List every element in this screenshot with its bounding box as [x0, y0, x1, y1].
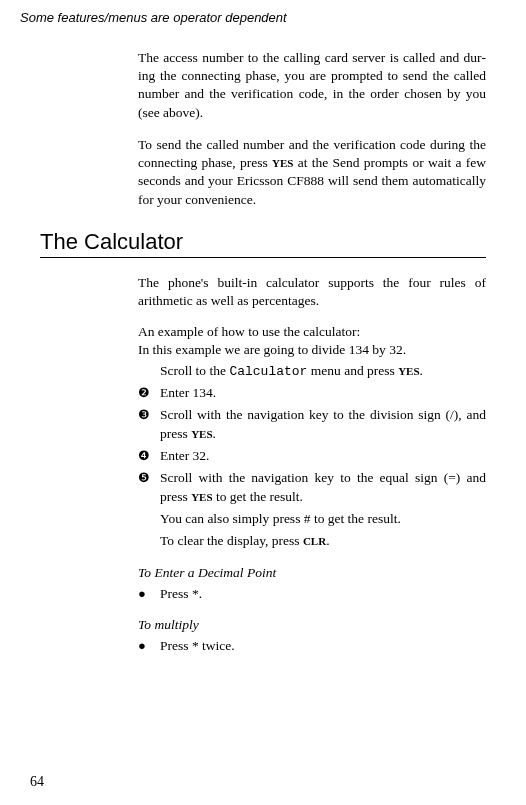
- example-line: In this example we are going to divide 1…: [138, 342, 486, 358]
- step7-b: .: [326, 533, 329, 548]
- step5-b: to get the result.: [213, 489, 303, 504]
- main-content: The access number to the calling card se…: [0, 29, 526, 656]
- decimal-text: Press *.: [160, 585, 486, 604]
- clr-key: CLR: [303, 535, 326, 547]
- yes-key: YES: [272, 157, 293, 169]
- step-text: You can also simply press # to get the r…: [160, 510, 486, 529]
- step-text: Enter 32.: [160, 447, 486, 466]
- step1-b: menu and press: [307, 363, 398, 378]
- decimal-item: ● Press *.: [138, 585, 486, 604]
- step7-a: To clear the display, press: [160, 533, 303, 548]
- yes-key: YES: [398, 365, 419, 377]
- step1-c: .: [420, 363, 423, 378]
- step-6: You can also simply press # to get the r…: [138, 510, 486, 529]
- step-2: ❷ Enter 134.: [138, 384, 486, 403]
- paragraph-2: To send the called number and the verifi…: [138, 136, 486, 209]
- multiply-text: Press * twice.: [160, 637, 486, 656]
- step-marker: ❹: [138, 447, 160, 466]
- section-title-calculator: The Calculator: [40, 229, 486, 258]
- step3-b: .: [213, 426, 216, 441]
- multiply-list: ● Press * twice.: [138, 637, 486, 656]
- step-marker: ❷: [138, 384, 160, 403]
- step-5: ❺ Scroll with the navigation key to the …: [138, 469, 486, 507]
- paragraph-1: The access number to the calling card se…: [138, 49, 486, 122]
- step1-a: Scroll to the: [160, 363, 229, 378]
- step-text: Scroll with the navigation key to the eq…: [160, 469, 486, 507]
- step-text: Scroll with the navigation key to the di…: [160, 406, 486, 444]
- step-3: ❸ Scroll with the navigation key to the …: [138, 406, 486, 444]
- step-4: ❹ Enter 32.: [138, 447, 486, 466]
- page-header: Some features/menus are operator depende…: [0, 0, 526, 29]
- page-number: 64: [30, 774, 44, 790]
- step-marker: ❸: [138, 406, 160, 444]
- calculator-menu-name: Calculator: [229, 364, 307, 379]
- decimal-list: ● Press *.: [138, 585, 486, 604]
- step-marker: [138, 362, 160, 381]
- step-7: To clear the display, press CLR.: [138, 532, 486, 551]
- steps-list: Scroll to the Calculator menu and press …: [138, 362, 486, 550]
- step-text: Scroll to the Calculator menu and press …: [160, 362, 486, 381]
- step-marker: ❺: [138, 469, 160, 507]
- calc-intro: The phone's built-in calculator supports…: [138, 274, 486, 310]
- bullet-icon: ●: [138, 585, 160, 604]
- step-text: To clear the display, press CLR.: [160, 532, 486, 551]
- step-marker: [138, 532, 160, 551]
- step-marker: [138, 510, 160, 529]
- multiply-item: ● Press * twice.: [138, 637, 486, 656]
- sub-multiply-title: To multiply: [138, 617, 486, 633]
- sub-decimal-title: To Enter a Decimal Point: [138, 565, 486, 581]
- example-lead: An example of how to use the calculator:: [138, 324, 486, 340]
- step-1: Scroll to the Calculator menu and press …: [138, 362, 486, 381]
- yes-key: YES: [191, 491, 212, 503]
- bullet-icon: ●: [138, 637, 160, 656]
- step-text: Enter 134.: [160, 384, 486, 403]
- yes-key: YES: [191, 428, 212, 440]
